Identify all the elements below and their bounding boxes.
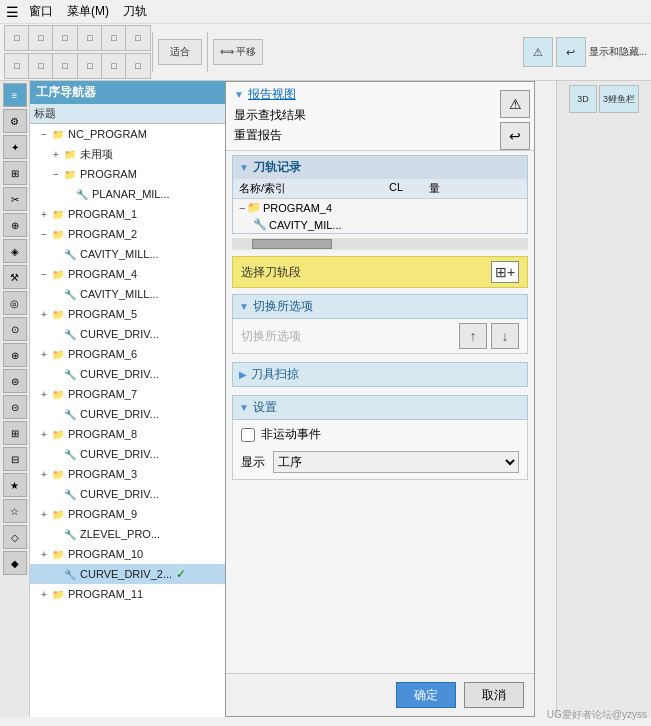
tree-item-planar-mill[interactable]: 🔧 PLANAR_MIL... [30, 184, 254, 204]
menu-main[interactable]: 菜单(M) [63, 2, 113, 21]
non-motion-checkbox[interactable] [241, 428, 255, 442]
fit-button[interactable]: 适合 [158, 39, 202, 65]
tb-icon-3[interactable]: □ [52, 25, 78, 51]
sidebar-icon-2[interactable]: ⚙ [3, 109, 27, 133]
tree-item-program-11[interactable]: + 📁 PROGRAM_11 [30, 584, 254, 604]
tree-item-zlevel-pro[interactable]: 🔧 ZLEVEL_PRO... [30, 524, 254, 544]
sidebar-icon-16[interactable]: ★ [3, 473, 27, 497]
tree-item-program-9[interactable]: + 📁 PROGRAM_9 [30, 504, 254, 524]
tb-icon-2[interactable]: □ [28, 25, 54, 51]
sidebar-icon-11[interactable]: ⊛ [3, 343, 27, 367]
sidebar-icon-15[interactable]: ⊟ [3, 447, 27, 471]
sidebar-icon-3[interactable]: ✦ [3, 135, 27, 159]
tb-icon-1[interactable]: □ [4, 25, 30, 51]
tree-item-program-5[interactable]: + 📁 PROGRAM_5 [30, 304, 254, 324]
h-scrollbar[interactable] [232, 238, 528, 250]
sidebar-icon-5[interactable]: ✂ [3, 187, 27, 211]
far-right-panel: 3D 3鲤鱼栏 [556, 81, 651, 717]
tree-item-program-10[interactable]: + 📁 PROGRAM_10 [30, 544, 254, 564]
toolbar-icon-group-1: □ □ □ □ □ □ [4, 25, 74, 79]
menu-window[interactable]: 窗口 [25, 2, 57, 21]
select-track-label: 选择刀轨段 [241, 264, 301, 281]
tree-item-program[interactable]: − 📁 PROGRAM [30, 164, 254, 184]
settings-section: ▼ 设置 非运动事件 显示 工序 全部 无 [232, 395, 528, 480]
sidebar-icon-19[interactable]: ◆ [3, 551, 27, 575]
sidebar-icon-7[interactable]: ◈ [3, 239, 27, 263]
tree-item-unused[interactable]: + 📁 未用项 [30, 144, 254, 164]
record-row-program4[interactable]: − 📁 PROGRAM_4 [233, 199, 527, 216]
tree-item-program-2[interactable]: − 📁 PROGRAM_2 [30, 224, 254, 244]
far-right-icon-1[interactable]: ⚠ [523, 37, 553, 67]
sidebar-icon-13[interactable]: ⊝ [3, 395, 27, 419]
tree-item-cavity-mill-4[interactable]: 🔧 CAVITY_MILL... [30, 284, 254, 304]
sidebar-icon-17[interactable]: ☆ [3, 499, 27, 523]
sidebar-icon-1[interactable]: ≡ [3, 83, 27, 107]
show-results-row[interactable]: 显示查找结果 [234, 107, 526, 124]
sidebar-icon-10[interactable]: ⊙ [3, 317, 27, 341]
switch-options-content: 切换所选项 ↑ ↓ [232, 319, 528, 354]
tree-item-program-3[interactable]: + 📁 PROGRAM_3 [30, 464, 254, 484]
tree-item-curve-driv-6[interactable]: 🔧 CURVE_DRIV... [30, 364, 254, 384]
nav-title: 工序导航器 [30, 81, 254, 104]
sidebar-icon-9[interactable]: ◎ [3, 291, 27, 315]
sidebar-icon-18[interactable]: ◇ [3, 525, 27, 549]
cancel-button[interactable]: 取消 [464, 682, 524, 708]
tb-icon-8[interactable]: □ [101, 25, 127, 51]
sidebar-icon-6[interactable]: ⊕ [3, 213, 27, 237]
3d-icon[interactable]: 3D [569, 85, 597, 113]
sidebar-icon-12[interactable]: ⊜ [3, 369, 27, 393]
tree-item-curve-driv-7[interactable]: 🔧 CURVE_DRIV... [30, 404, 254, 424]
tb-icon-4[interactable]: □ [4, 53, 30, 79]
menu-toolpath[interactable]: 刀轨 [119, 2, 151, 21]
tool-sweep-arrow: ▶ [239, 369, 247, 380]
sidebar-icon-14[interactable]: ⊞ [3, 421, 27, 445]
switch-label: 切换所选项 [241, 328, 301, 345]
settings-header[interactable]: ▼ 设置 [232, 395, 528, 420]
tb-icon-5[interactable]: □ [28, 53, 54, 79]
tree-item-program-8[interactable]: + 📁 PROGRAM_8 [30, 424, 254, 444]
tree-item-curve-driv-8[interactable]: 🔧 CURVE_DRIV... [30, 444, 254, 464]
record-col-headers: 名称/索引 CL 量 [233, 179, 527, 199]
tree-item-program-7[interactable]: + 📁 PROGRAM_7 [30, 384, 254, 404]
tb-icon-6[interactable]: □ [52, 53, 78, 79]
report-view-link[interactable]: 报告视图 [248, 86, 296, 103]
reset-report-row[interactable]: 重置报告 [234, 127, 526, 144]
display-select[interactable]: 工序 全部 无 [273, 451, 519, 473]
report-view-header[interactable]: ▼ 报告视图 [234, 86, 526, 103]
fish-icon[interactable]: 3鲤鱼栏 [599, 85, 639, 113]
toolpath-record-arrow: ▼ [239, 162, 249, 173]
status-reset-icon[interactable]: ↩ [500, 122, 530, 150]
tb-icon-9[interactable]: □ [125, 25, 151, 51]
settings-label: 设置 [253, 399, 277, 416]
pan-button[interactable]: ⟺ 平移 [213, 39, 263, 65]
tree-item-curve-driv-2[interactable]: 🔧 CURVE_DRIV_2... ✓ [30, 564, 254, 584]
tree-item-curve-driv-5[interactable]: 🔧 CURVE_DRIV... [30, 324, 254, 344]
status-warning-icon[interactable]: ⚠ [500, 90, 530, 118]
tb-icon-10[interactable]: □ [77, 53, 103, 79]
nav-header-label: 标题 [34, 106, 56, 121]
toolpath-record-header[interactable]: ▼ 刀轨记录 [233, 156, 527, 179]
sidebar-icon-4[interactable]: ⊞ [3, 161, 27, 185]
switch-down-button[interactable]: ↓ [491, 323, 519, 349]
tool-sweep-section[interactable]: ▶ 刀具扫掠 [232, 362, 528, 387]
watermark: UG爱好者论坛@yzyss [547, 708, 647, 722]
tree-item-program-6[interactable]: + 📁 PROGRAM_6 [30, 344, 254, 364]
hamburger-icon[interactable]: ☰ [6, 4, 19, 20]
confirm-button[interactable]: 确定 [396, 682, 456, 708]
tree-item-program-1[interactable]: + 📁 PROGRAM_1 [30, 204, 254, 224]
tb-icon-7[interactable]: □ [77, 25, 103, 51]
switch-up-button[interactable]: ↑ [459, 323, 487, 349]
sidebar-icon-8[interactable]: ⚒ [3, 265, 27, 289]
track-add-button[interactable]: ⊞+ [491, 261, 519, 283]
switch-options-header[interactable]: ▼ 切换所选项 [232, 294, 528, 319]
record-row-cavity[interactable]: 🔧 CAVITY_MIL... [233, 216, 527, 233]
tree-item-nc-program[interactable]: − 📁 NC_PROGRAM [30, 124, 254, 144]
far-right-icon-2[interactable]: ↩ [556, 37, 586, 67]
tree-item-program-4[interactable]: − 📁 PROGRAM_4 [30, 264, 254, 284]
toolbar-sep-2 [207, 32, 208, 72]
tb-icon-11[interactable]: □ [101, 53, 127, 79]
tb-icon-12[interactable]: □ [125, 53, 151, 79]
tree-item-curve-driv-3[interactable]: 🔧 CURVE_DRIV... [30, 484, 254, 504]
tree-item-cavity-mill-2[interactable]: 🔧 CAVITY_MILL... [30, 244, 254, 264]
dialog-panel: ▼ 报告视图 显示查找结果 重置报告 ⚠ ↩ ▼ 刀轨记录 名称/索引 C [225, 81, 535, 717]
